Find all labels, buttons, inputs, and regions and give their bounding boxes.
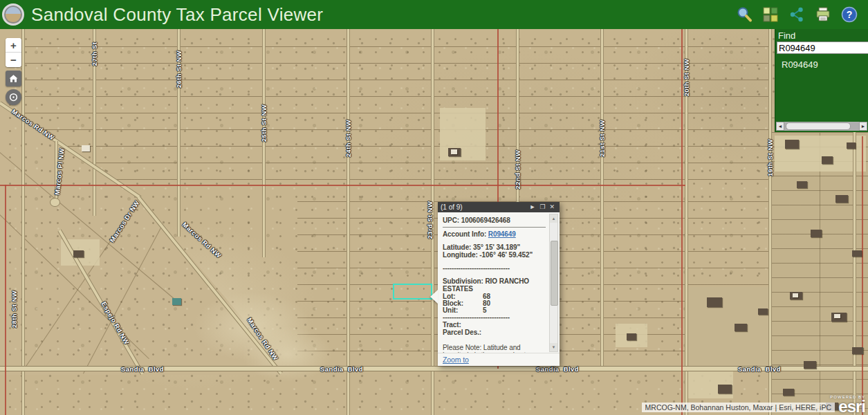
find-panel: Find R094649 ◄ ►: [775, 29, 868, 132]
popup-next-button[interactable]: ►: [527, 202, 537, 212]
street-label: 26th St NW: [175, 50, 183, 88]
scroll-left-arrow[interactable]: ◄: [776, 122, 784, 131]
street-label: 19th St NW: [766, 139, 774, 176]
scroll-right-arrow[interactable]: ►: [859, 122, 867, 131]
share-icon: [788, 6, 805, 23]
header-toolbar: ?: [735, 6, 868, 24]
home-icon: [8, 73, 19, 84]
street-label: 22nd St NW: [514, 150, 521, 190]
popup-page-indicator: (1 of 9): [441, 203, 527, 211]
home-button[interactable]: [6, 71, 21, 86]
svg-text:?: ?: [847, 9, 853, 20]
street-21st: [600, 29, 604, 369]
longitude-label: Longitude:: [443, 251, 478, 259]
upc-value: 1006069426468: [461, 216, 510, 224]
popup-titlebar[interactable]: (1 of 9) ► ❐ ✕: [438, 202, 560, 212]
scroll-thumb[interactable]: [551, 241, 558, 306]
search-icon: [736, 6, 752, 23]
tract-row: Tract:: [443, 322, 546, 329]
zoom-out-button[interactable]: −: [6, 53, 21, 67]
street-19th: [768, 29, 772, 415]
map-structure: [811, 230, 822, 237]
latitude-value: 35° 15' 34.189": [473, 243, 520, 251]
dashed-divider: ------------------------------: [443, 265, 546, 272]
map-attribution: MRCOG-NM, Bohannan Huston, Maxar | Esri,…: [642, 403, 835, 412]
map-structure: [835, 195, 848, 203]
map-structure: [793, 293, 798, 297]
selected-parcel-highlight[interactable]: [393, 284, 432, 299]
divider-line: [443, 227, 546, 228]
map-structure: [804, 361, 816, 369]
section-line: [0, 185, 685, 186]
longitude-row: Longitude: -106° 46' 59.452": [443, 252, 546, 259]
map-canvas[interactable]: 28th St NW27th St26th St NW25th St NW24t…: [0, 29, 868, 415]
popup-scrollbar[interactable]: ▲ ▼: [549, 214, 558, 352]
map-structure: [852, 250, 862, 257]
app-title: Sandoval County Tax Parcel Viewer: [31, 4, 323, 26]
account-label: Account Info:: [443, 230, 486, 238]
street-label: Sandia Blvd: [536, 365, 579, 373]
street-label: 20th St NW: [683, 59, 690, 96]
block-row: Block:80: [443, 300, 546, 307]
find-panel-scrollbar[interactable]: ◄ ►: [776, 122, 867, 131]
scroll-thumb[interactable]: [786, 122, 851, 130]
find-input[interactable]: [777, 42, 868, 54]
popup-footer: Zoom to: [438, 353, 560, 366]
find-label: Find: [778, 30, 868, 41]
apps-icon: [763, 7, 778, 22]
parcel-line: [820, 133, 820, 415]
subdivision-row: Subdivision: RIO RANCHO ESTATES: [443, 278, 546, 293]
map-structure: [822, 156, 833, 164]
scroll-down-arrow[interactable]: ▼: [550, 343, 557, 351]
county-seal-logo: [2, 3, 24, 26]
longitude-value: -106° 46' 59.452": [479, 251, 533, 259]
popup-close-button[interactable]: ✕: [547, 202, 557, 212]
account-row: Account Info: R094649: [443, 231, 546, 238]
basemap-gallery-button[interactable]: [761, 6, 779, 24]
parcel-strips-upper: [23, 30, 771, 185]
subdivision-label: Subdivision:: [443, 277, 483, 285]
zoom-in-button[interactable]: +: [6, 38, 21, 53]
street-label: Sandia Blvd: [121, 365, 164, 373]
scroll-up-arrow[interactable]: ▲: [550, 214, 557, 223]
map-structure: [758, 308, 768, 315]
locate-icon: [8, 92, 19, 102]
street-label: 28th St NW: [10, 290, 18, 328]
popup-maximize-button[interactable]: ❐: [537, 202, 547, 212]
map-structure: [707, 297, 722, 307]
help-button[interactable]: ?: [840, 6, 858, 24]
map-structure: [852, 347, 863, 354]
street-28th: [21, 29, 25, 415]
find-result-item[interactable]: R094649: [782, 59, 868, 70]
section-line: [5, 185, 6, 415]
map-structure: [834, 314, 840, 318]
map-structure: [73, 250, 84, 257]
street-label: 24th St NW: [344, 120, 352, 157]
map-structure: [451, 149, 457, 154]
esri-logo: POWERED BY esri: [830, 395, 865, 414]
street-25th: [262, 29, 266, 257]
popup-pointer: [430, 290, 438, 304]
locate-button[interactable]: [6, 89, 21, 105]
street-label: Sandia Blvd: [738, 365, 781, 373]
parcel-des-row: Parcel Des.:: [443, 329, 546, 336]
account-link[interactable]: R094649: [488, 230, 516, 238]
print-icon: [815, 6, 831, 23]
app-header: Sandoval County Tax Parcel Viewer: [0, 0, 868, 29]
popup-note: Please Note: Latitude and Longitude is t…: [443, 344, 546, 353]
popup-body: UPC: 1006069426468 Account Info: R094649…: [438, 212, 560, 366]
street-24th: [347, 29, 350, 415]
cleared-lot: [440, 108, 486, 160]
print-button[interactable]: [814, 6, 832, 24]
map-structure: [82, 145, 90, 151]
upc-row: UPC: 1006069426468: [443, 217, 546, 224]
search-button[interactable]: [735, 6, 753, 24]
map-structure: [735, 324, 747, 331]
map-structure: [797, 181, 807, 188]
share-button[interactable]: [788, 6, 806, 24]
parcel-info-popup: (1 of 9) ► ❐ ✕ UPC: 1006069426468 Accoun…: [438, 202, 560, 366]
zoom-to-link[interactable]: Zoom to: [443, 356, 469, 363]
street-label: Sandia Blvd: [320, 365, 363, 373]
map-structure: [627, 333, 636, 340]
zoom-control: + −: [6, 38, 21, 67]
